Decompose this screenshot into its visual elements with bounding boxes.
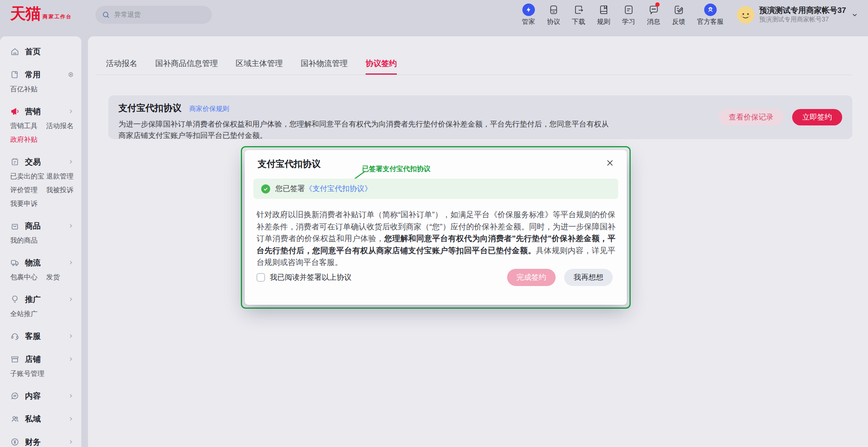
sidebar-item-billion-subsidy[interactable]: 百亿补贴	[0, 85, 81, 93]
gear-icon[interactable]	[67, 71, 74, 78]
sidebar-item-frequent[interactable]: 常用	[0, 70, 81, 80]
sidebar-item-ship[interactable]: 发货	[46, 272, 60, 282]
rules-label: 规则	[597, 17, 610, 26]
sign-now-button[interactable]: 立即签约	[792, 109, 842, 125]
modal-title: 支付宝代扣协议	[258, 158, 321, 170]
chevron-right-icon	[68, 109, 74, 114]
account-name: 预演测试专用商家帐号37	[759, 5, 846, 15]
chevron-right-icon	[68, 416, 74, 422]
tab-activity-signup[interactable]: 活动报名	[106, 58, 137, 75]
chevron-down-icon[interactable]	[852, 12, 858, 18]
storefront-icon	[10, 354, 20, 364]
goods-bag-icon	[10, 221, 20, 231]
sidebar-item-content[interactable]: 内容	[0, 391, 81, 401]
feedback-menu-item[interactable]: 反馈	[672, 3, 685, 26]
sidebar-item-subaccount-mgmt[interactable]: 子账号管理	[0, 369, 81, 378]
search-input[interactable]	[114, 11, 204, 19]
sidebar-item-sitewide-promo[interactable]: 全站推广	[0, 309, 81, 318]
sidebar-item-my-goods[interactable]: 我的商品	[0, 236, 81, 245]
sidebar-item-marketing[interactable]: 营销	[0, 106, 81, 116]
feedback-icon	[673, 3, 684, 16]
agreement-checkbox-label: 我已阅读并签署以上协议	[270, 272, 352, 283]
chevron-right-icon	[68, 333, 74, 339]
tmall-logo[interactable]: 天猫 商家工作台	[10, 5, 72, 21]
sidebar-item-private-domain[interactable]: 私域	[0, 414, 81, 424]
view-price-records-button[interactable]: 查看价保记录	[719, 109, 784, 125]
chevron-right-icon	[68, 297, 74, 302]
learn-label: 学习	[622, 17, 635, 26]
feedback-label: 反馈	[672, 17, 685, 26]
official-service-menu-item[interactable]: 官方客服	[697, 3, 724, 26]
think-again-button[interactable]: 我再想想	[564, 269, 613, 286]
chevron-right-icon	[68, 260, 74, 265]
chevron-right-icon	[68, 223, 74, 229]
sidebar-item-marketing-tools[interactable]: 营销工具	[10, 121, 46, 131]
sidebar-item-activity-signup[interactable]: 活动报名	[46, 121, 74, 131]
tab-national-subsidy-logistics[interactable]: 国补物流管理	[301, 58, 348, 75]
chevron-right-icon	[68, 159, 74, 164]
sidebar-item-goods[interactable]: 商品	[0, 221, 81, 231]
butler-label: 管家	[522, 17, 535, 26]
close-icon[interactable]	[606, 159, 614, 167]
merchant-price-rule-link[interactable]: 商家价保规则	[189, 104, 229, 113]
frequent-icon	[10, 70, 20, 79]
home-icon	[10, 47, 20, 56]
agreement-icon	[548, 3, 559, 16]
message-label: 消息	[647, 17, 660, 26]
annotation-label: 已签署支付宝代扣协议	[362, 164, 430, 173]
sidebar-item-shop[interactable]: 店铺	[0, 354, 81, 364]
agreement-menu-item[interactable]: 协议	[547, 3, 560, 26]
chevron-right-icon	[68, 356, 74, 362]
logo-subtext: 商家工作台	[43, 13, 72, 20]
sidebar-item-package-center[interactable]: 包裹中心	[10, 272, 46, 282]
tab-regional-entity[interactable]: 区域主体管理	[236, 58, 283, 75]
chevron-right-icon	[68, 439, 74, 445]
sidebar-nav: 首页 常用 百亿补贴 营销 营销工具 活动报名 政府补贴 交易	[0, 36, 81, 447]
sidebar-item-finance[interactable]: 财务	[0, 437, 81, 447]
sidebar-item-review-mgmt[interactable]: 评价管理	[10, 185, 46, 195]
signed-text: 您已签署	[275, 184, 305, 194]
rules-menu-item[interactable]: 规则	[597, 3, 610, 26]
signed-success-strip: 您已签署 《支付宝代扣协议》	[253, 179, 618, 199]
butler-icon	[522, 4, 535, 16]
logo-text: 天猫	[10, 5, 41, 21]
sidebar-item-trade[interactable]: 交易	[0, 157, 81, 167]
people-icon	[10, 414, 20, 424]
tabs-divider	[97, 75, 852, 75]
banner-description: 为进一步保障国补订单消费者价保权益和用户体验，您理解和同意平台有权代为向消费者先…	[118, 118, 615, 141]
butler-menu-item[interactable]: 管家	[522, 3, 535, 26]
sidebar-item-customer-service[interactable]: 客服	[0, 331, 81, 341]
messages-menu-item[interactable]: 消息	[647, 3, 660, 26]
tab-national-subsidy-goods[interactable]: 国补商品信息管理	[155, 58, 218, 75]
rules-icon	[598, 3, 609, 16]
check-circle-icon	[261, 184, 270, 193]
official-service-label: 官方客服	[697, 17, 724, 26]
sidebar-item-gov-subsidy[interactable]: 政府补贴	[0, 135, 81, 144]
headset-icon	[10, 331, 20, 341]
download-menu-item[interactable]: 下载	[572, 3, 585, 26]
alipay-agreement-modal: 支付宝代扣协议 已签署支付宝代扣协议 您已签署 《支付宝代扣协议》 针对政府以旧…	[245, 150, 627, 305]
modal-body-text: 针对政府以旧换新消费者补贴订单（简称“国补订单”），如满足平台《价保服务标准》等…	[256, 209, 615, 268]
agreement-checkbox[interactable]	[256, 273, 265, 282]
sidebar-item-appeal[interactable]: 我要申诉	[0, 199, 81, 208]
sidebar-item-refund-mgmt[interactable]: 退款管理	[46, 172, 74, 181]
sidebar-item-sold-items[interactable]: 已卖出的宝	[10, 172, 46, 181]
search-icon	[102, 11, 110, 19]
sidebar-item-home[interactable]: 首页	[0, 46, 81, 57]
sidebar-item-promotion[interactable]: 推广	[0, 294, 81, 304]
alipay-agreement-banner: 支付宝代扣协议 商家价保规则 为进一步保障国补订单消费者价保权益和用户体验，您理…	[108, 95, 852, 139]
complete-signing-button[interactable]: 完成签约	[507, 269, 556, 286]
banner-title: 支付宝代扣协议	[118, 102, 181, 114]
tab-agreement-signing[interactable]: 协议签约	[366, 58, 397, 75]
sidebar-item-logistics[interactable]: 物流	[0, 257, 81, 268]
content-hash-bubble-icon	[10, 391, 20, 401]
marketing-megaphone-icon	[10, 107, 20, 116]
global-search[interactable]	[95, 6, 212, 24]
top-header: 天猫 商家工作台 管家 协议 下载	[0, 0, 868, 36]
signed-agreement-link[interactable]: 《支付宝代扣协议》	[305, 184, 372, 194]
account-menu[interactable]: 预演测试专用商家帐号37 预演测试专用商家帐号37	[737, 5, 858, 24]
learn-menu-item[interactable]: 学习	[622, 3, 635, 26]
promotion-bulb-icon	[10, 295, 20, 304]
sidebar-item-complaints[interactable]: 我被投诉	[46, 185, 74, 195]
logistics-truck-icon	[10, 258, 20, 267]
